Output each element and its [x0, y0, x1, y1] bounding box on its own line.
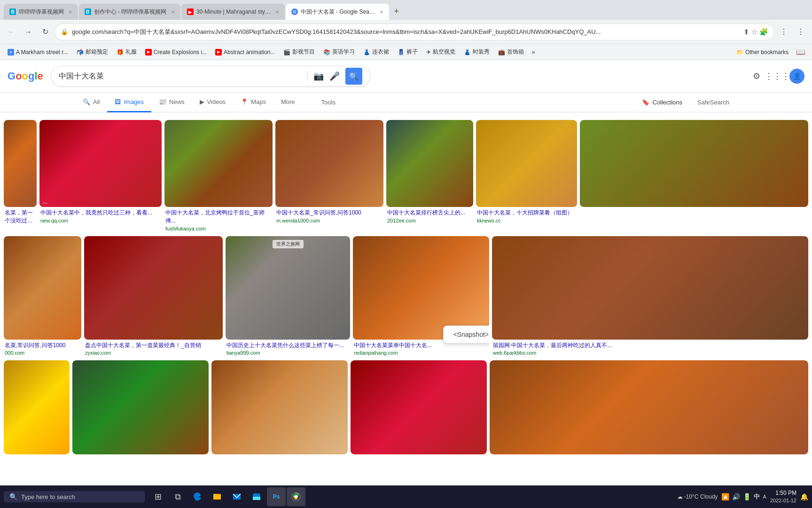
tab-videos[interactable]: ▶ Videos — [192, 93, 234, 112]
image-card-1-4[interactable]: 中国十大名菜排行榜舌尖上的... 2012ee.com — [386, 120, 473, 225]
settings-button[interactable]: ⚙ — [748, 68, 765, 85]
network-icon[interactable]: 🔼 — [721, 493, 729, 500]
volume-icon[interactable]: 🔊 — [732, 493, 740, 500]
image-card-1-5[interactable]: 中国十大名菜，十大招牌菜肴（组图） kknews.cc — [476, 120, 577, 225]
tab-images[interactable]: 🖼 Images — [107, 93, 151, 112]
bookmark-12-favicon: 💼 — [498, 49, 505, 56]
tab-all[interactable]: 🔍 All — [75, 93, 107, 112]
tab-bar: B 哔哔哔弹幕视频网 × B 创作中心 - 哔哔哔弹幕视频网 × ▶ 30-Mi… — [0, 0, 812, 20]
image-card-2-1[interactable]: 盘点中国十大名菜，第一道菜最经典！_自营销 zyxiao.com — [84, 236, 223, 358]
forward-button[interactable]: → — [21, 24, 36, 40]
google-search-bar[interactable]: 中国十大名菜 📷 🎤 🔍 — [51, 66, 370, 87]
image-card-2-4[interactable]: 留园网·中国十大名菜，最后两种吃过的人真不... web.6parkbbs.co… — [492, 236, 808, 358]
bookmark-7[interactable]: 📚 英语学习 — [320, 47, 359, 57]
bookmark-5[interactable]: ▶ Abstract animation... — [211, 48, 279, 57]
image-card-2-2[interactable]: 世界之旗网 中国历史上十大名菜凭什么这些菜上榜了每一... tianya999.… — [226, 236, 350, 358]
bookmark-icon[interactable]: ☆ — [751, 28, 757, 36]
tab-1-close[interactable]: × — [69, 8, 72, 16]
all-icon: 🔍 — [83, 98, 90, 105]
image-card-3-2[interactable] — [211, 360, 348, 454]
taskbar-store-icon[interactable] — [247, 487, 266, 506]
image-card-3-3[interactable] — [351, 360, 487, 454]
image-card-2-3[interactable]: <Snapshot> 中国十大名菜菜单中国十大名... redianpaihan… — [353, 236, 489, 358]
bookmark-2[interactable]: 📬 邮箱预定 — [73, 47, 112, 57]
address-actions: ⬆ ☆ 🧩 — [743, 28, 768, 36]
taskbar-mail-icon[interactable] — [227, 487, 246, 506]
other-bookmarks[interactable]: 📁 Other bookmarks — [733, 48, 792, 57]
bookmark-4[interactable]: ▶ Create Explosions i... — [141, 48, 211, 57]
bookmark-8-label: 连衣裙 — [372, 48, 389, 56]
nav-actions: ⋮ ⋮ — [776, 24, 808, 40]
tools-button[interactable]: Tools — [314, 93, 343, 111]
bookmark-8[interactable]: 👗 连衣裙 — [359, 47, 393, 57]
taskbar-chrome-icon[interactable] — [287, 487, 305, 506]
image-card-1-0[interactable]: 名菜，第一个没吃过，大... — [4, 120, 37, 227]
image-card-3-0[interactable] — [4, 360, 70, 454]
apps-button[interactable]: ⋮⋮⋮ — [769, 68, 786, 85]
image-card-1-2[interactable]: 中国十大名菜，北京烤鸭位于首位_富师傅... fushifukaoya.com — [164, 120, 273, 233]
taskbar-edge-icon[interactable] — [188, 487, 207, 506]
image-card-1-1[interactable]: 中国十大名菜中，我竟然只吃过三种，看看... new.qq.com — [39, 120, 162, 225]
ime-icon[interactable]: 中 — [754, 492, 760, 501]
bookmark-5-label: Abstract animation... — [224, 49, 275, 56]
tab-news[interactable]: 📰 News — [151, 93, 192, 112]
taskbar-start-button[interactable]: ⊞ — [148, 487, 167, 506]
tab-more[interactable]: More — [273, 93, 303, 112]
taskbar-taskview-button[interactable]: ⧉ — [168, 487, 187, 506]
tab-2-close[interactable]: × — [171, 8, 175, 16]
image-card-1-6[interactable] — [580, 120, 808, 211]
image-card-3-4[interactable] — [490, 360, 808, 454]
reading-list-button[interactable]: 📖 — [793, 48, 808, 56]
voice-search-icon[interactable]: 🎤 — [329, 71, 340, 81]
taskbar-explorer-icon[interactable] — [208, 487, 226, 506]
tab-maps[interactable]: 📍 Maps — [233, 93, 273, 112]
bookmark-9[interactable]: 👖 裤子 — [394, 47, 422, 57]
search-submit-button[interactable]: 🔍 — [345, 68, 362, 85]
back-button[interactable]: ← — [4, 24, 19, 40]
tab-3[interactable]: ▶ 30-Minute | Mahraganat style |... × — [181, 4, 285, 20]
taskbar-search[interactable]: 🔍 Type here to search — [4, 491, 145, 502]
taskbar-clock[interactable]: 1:50 PM 2022-01-12 — [770, 489, 796, 504]
battery-icon[interactable]: 🔋 — [743, 493, 751, 500]
taskbar-photoshop-icon[interactable]: Ps — [267, 487, 286, 506]
bookmark-1[interactable]: A A Markham street r... — [4, 48, 72, 57]
bookmarks-overflow[interactable]: » — [529, 47, 538, 57]
tab-4[interactable]: G 中国十大名菜 - Google Search × — [286, 4, 389, 20]
more-tools-button[interactable]: ⋮ — [793, 24, 808, 40]
bookmark-3[interactable]: 🎁 礼服 — [113, 47, 141, 57]
image-card-2-0[interactable]: 名菜,常识问答,问答1000 000.com — [4, 236, 81, 358]
tab-4-close[interactable]: × — [380, 8, 383, 16]
camera-search-icon[interactable]: 📷 — [313, 71, 324, 81]
bookmark-6[interactable]: 🎬 影视节目 — [280, 47, 319, 57]
snapshot-tooltip: <Snapshot> — [443, 325, 489, 343]
ime-sub-icon[interactable]: A — [763, 494, 766, 500]
bookmark-6-label: 影视节目 — [292, 48, 315, 56]
user-avatar[interactable]: 👤 — [789, 69, 804, 84]
share-icon[interactable]: ⬆ — [743, 28, 750, 36]
address-bar[interactable]: 🔒 google.com/search?q=中国十大名菜&sxsrf=AOaem… — [55, 24, 774, 40]
extensions-icon[interactable]: 🧩 — [759, 28, 768, 36]
bookmark-11[interactable]: 👗 时装秀 — [460, 47, 493, 57]
image-card-1-3[interactable]: 中国十大名菜_常识问答,问答1000 m.wenda1000.com — [275, 120, 383, 225]
new-tab-button[interactable]: + — [390, 5, 403, 18]
collections-button[interactable]: 🔖 Collections — [634, 95, 690, 110]
bookmark-10[interactable]: ✈ 航空视觉 — [422, 47, 459, 57]
bookmark-10-label: 航空视觉 — [433, 48, 455, 56]
refresh-button[interactable]: ↻ — [38, 24, 53, 40]
bookmark-11-label: 时装秀 — [473, 48, 490, 56]
image-row-3 — [4, 360, 808, 454]
image-domain-2-4: web.6parkbbs.com — [493, 350, 807, 356]
image-card-3-1[interactable] — [72, 360, 209, 454]
tab-3-close[interactable]: × — [275, 8, 279, 16]
taskbar-search-text: Type here to search — [21, 493, 75, 500]
notification-icon[interactable]: 🔔 — [800, 493, 808, 500]
extensions-menu-button[interactable]: ⋮ — [776, 24, 791, 40]
bookmark-12[interactable]: 💼 首饰箱 — [494, 47, 528, 57]
images-icon: 🖼 — [115, 98, 121, 105]
tab-2[interactable]: B 创作中心 - 哔哔哔弹幕视频网 × — [79, 4, 180, 20]
tab-4-title: 中国十大名菜 - Google Search — [301, 8, 375, 16]
image-title-2-4: 留园网·中国十大名菜，最后两种吃过的人真不... — [493, 341, 807, 349]
tab-1[interactable]: B 哔哔哔弹幕视频网 × — [4, 4, 78, 20]
image-grid: 名菜，第一个没吃过，大... 中国十大名菜中，我竟然只吃过三种，看看... ne… — [0, 112, 812, 465]
tab-3-favicon: ▶ — [187, 8, 194, 15]
